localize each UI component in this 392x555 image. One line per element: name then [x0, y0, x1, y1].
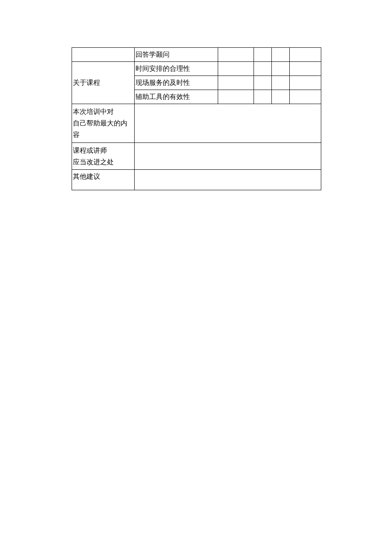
item-cell: 回答学颞问: [135, 48, 218, 62]
feedback-table-wrapper: 回答学颞问 关于课程 时间安排的合理性 现场服务的及时性: [72, 47, 321, 190]
rating-cell[interactable]: [254, 76, 272, 90]
item-cell: 现场服务的及时性: [135, 76, 218, 90]
table-row: 本次培训中对 自己帮助最大的内容: [72, 104, 321, 143]
category-cell-improve: 课程或讲师 应当改进之处: [72, 142, 135, 169]
category-line2: 自己帮助最大的内容: [73, 119, 127, 138]
rating-cell[interactable]: [272, 48, 290, 62]
rating-cell[interactable]: [290, 90, 321, 104]
table-row: 关于课程 时间安排的合理性: [72, 62, 321, 76]
category-cell: [72, 48, 135, 62]
freeform-cell-other[interactable]: [135, 169, 321, 190]
category-cell-course: 关于课程: [72, 62, 135, 104]
freeform-cell-helpful[interactable]: [135, 104, 321, 143]
rating-cell[interactable]: [290, 48, 321, 62]
category-cell-other: 其他建议: [72, 169, 135, 190]
rating-cell[interactable]: [254, 90, 272, 104]
rating-cell[interactable]: [254, 48, 272, 62]
category-line1: 本次培训中对: [73, 108, 114, 115]
rating-cell[interactable]: [218, 76, 254, 90]
rating-cell[interactable]: [272, 76, 290, 90]
rating-cell[interactable]: [218, 90, 254, 104]
feedback-table: 回答学颞问 关于课程 时间安排的合理性 现场服务的及时性: [72, 47, 321, 190]
category-line1: 课程或讲师: [73, 147, 107, 154]
rating-cell[interactable]: [254, 62, 272, 76]
category-cell-helpful: 本次培训中对 自己帮助最大的内容: [72, 104, 135, 143]
item-cell: 辅助工具的有效性: [135, 90, 218, 104]
rating-cell[interactable]: [218, 48, 254, 62]
rating-cell[interactable]: [272, 62, 290, 76]
rating-cell[interactable]: [272, 90, 290, 104]
rating-cell[interactable]: [290, 76, 321, 90]
rating-cell[interactable]: [218, 62, 254, 76]
table-row: 回答学颞问: [72, 48, 321, 62]
table-row: 其他建议: [72, 169, 321, 190]
rating-cell[interactable]: [290, 62, 321, 76]
item-cell: 时间安排的合理性: [135, 62, 218, 76]
category-line2: 应当改进之处: [73, 158, 114, 166]
freeform-cell-improve[interactable]: [135, 142, 321, 169]
table-row: 课程或讲师 应当改进之处: [72, 142, 321, 169]
